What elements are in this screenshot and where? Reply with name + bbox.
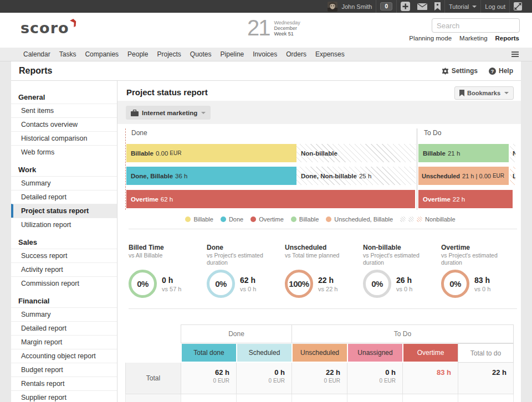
bar-label-value: 21 h [448,150,460,157]
sidebar-item-financial-detailed-report[interactable]: Detailed report [11,321,117,335]
tutorial-label: Tutorial [449,3,469,10]
logout-button[interactable]: Log out [481,0,509,13]
nav-quotes[interactable]: Quotes [190,50,212,58]
nav-invoices[interactable]: Invoices [253,50,277,58]
bar-todo-nonbillable-clipped[interactable]: N [510,144,515,162]
menu-icon[interactable] [511,51,519,58]
legend-dot-billable-todo [291,217,296,222]
sidebar-item-web-forms[interactable]: Web forms [11,145,117,159]
kpi-vs-value: vs 0 h [474,286,490,292]
col-header-total-to-do[interactable]: Total to do [458,343,514,363]
kpi-circle: 0% [207,270,235,298]
cell-value: 62 h [181,368,229,377]
bar-label-value: 25 h [359,173,371,179]
bar-todo-overtime[interactable]: Overtime22 h [418,190,513,208]
nav-calendar[interactable]: Calendar [23,50,50,58]
col-header-overtime[interactable]: Overtime [402,343,458,363]
kpi-vs-value: vs 22 h [318,286,337,292]
sidebar-item-work-detailed-report[interactable]: Detailed report [11,190,117,204]
tutorial-menu[interactable]: Tutorial [445,0,480,13]
link-marketing[interactable]: Marketing [459,35,488,42]
kpi-value: 26 h [396,276,412,285]
col-header-unscheduled[interactable]: Unscheduled [291,343,347,363]
nav-expenses[interactable]: Expenses [315,50,345,58]
project-filter[interactable]: Internet marketing [126,106,211,120]
col-header-unassigned[interactable]: Unassigned [347,343,402,363]
bar-label-bold: Non-billable [301,150,337,157]
nav-companies[interactable]: Companies [85,50,119,58]
sidebar-item-margin-report[interactable]: Margin report [11,335,117,349]
sidebar-item-accounting-object-report[interactable]: Accounting object report [11,349,117,363]
bar-done-done-nonbillable[interactable]: Done, Non-billable25 h [296,167,416,185]
sidebar-item-work-summary[interactable]: Summary [11,176,117,190]
kpi-value: 83 h [474,276,490,285]
bar-done-nonbillable[interactable]: Non-billable [296,144,416,162]
bar-todo-billable[interactable]: Billable21 h [418,144,509,162]
kpi-values: 62 h vs 0 h [240,276,256,292]
nav-tasks[interactable]: Tasks [59,50,76,58]
divider [129,308,517,309]
legend-item: Unscheduled, Billable [326,216,393,223]
report-header: Project status report Bookmarks [117,81,521,101]
sidebar-item-project-status-report[interactable]: Project status report [11,204,117,218]
sidebar-item-utilization-report[interactable]: Utilization report [11,218,117,231]
sidebar-item-supplier-report[interactable]: Supplier report [11,390,117,402]
bookmarks-button[interactable]: Bookmarks [454,86,514,100]
kpi-body: 0% 0 h vs 57 h [129,270,207,298]
briefcase-icon [131,110,139,116]
bar-todo-unscheduled-clipped[interactable]: L [510,167,515,185]
bar-done-billable[interactable]: Billable0.00EUR [126,144,296,162]
kpi-value: 62 h [240,276,256,285]
bar-done-done-billable[interactable]: Done, Billable36 h [126,167,296,185]
date-month: December [274,25,300,31]
nav-orders[interactable]: Orders [286,50,306,58]
legend-item: Billable [291,216,319,223]
sidebar-item-commission-report[interactable]: Commission report [11,276,117,290]
date-display: 21 Wednesday December Week 51 [247,19,300,37]
sidebar-item-budget-report[interactable]: Budget report [11,363,117,377]
search-input[interactable] [432,18,520,33]
legend-label: Billable [299,216,319,223]
settings-button[interactable]: Settings [442,67,478,75]
user-menu[interactable]: John Smith [324,0,376,13]
bookmark-button[interactable] [431,0,444,13]
kpi-subtitle: vs Project's estimated duration [363,252,429,266]
mail-button[interactable] [414,0,431,13]
bar-label-bold: Done, Billable [131,173,173,179]
kpi-vs-value: vs 0 h [240,286,256,292]
notification-badge[interactable]: 0 [376,0,396,13]
fullscreen-button[interactable] [510,0,522,13]
col-header-total-done[interactable]: Total done [181,343,236,363]
sidebar-item-historical-comparison[interactable]: Historical comparison [11,131,117,145]
sidebar-item-contacts-overview[interactable]: Contacts overview [11,117,117,131]
table-cell [125,394,181,402]
bar-todo-unscheduled[interactable]: Unscheduled21 h | 0.00EUR [418,167,509,185]
kpi-percent: 0% [371,279,383,288]
add-button[interactable] [397,0,414,13]
kpi-value: 0 h [162,276,181,285]
sidebar-item-financial-summary[interactable]: Summary [11,307,117,321]
sidebar-item-activity-report[interactable]: Activity report [11,262,117,276]
kpi-body: 0% 83 h vs 0 h [441,270,519,298]
nav-pipeline[interactable]: Pipeline [221,50,244,58]
link-planning-mode[interactable]: Planning mode [409,35,452,42]
sidebar-section-financial: Financial [11,290,117,307]
bar-label-bold: N [513,150,515,157]
kpi-overtime: Overtime vs Project's estimated duration… [441,244,519,298]
cell-currency: 0 EUR [237,378,285,384]
help-button[interactable]: ? Help [489,67,513,75]
scoro-logo[interactable]: scoro [21,20,69,35]
legend-label: Done [229,216,243,223]
sidebar-item-sent-items[interactable]: Sent items [11,104,117,117]
sidebar-item-rentals-report[interactable]: Rentals report [11,377,117,390]
cell-currency: 0 EUR [347,378,396,384]
sidebar-item-success-report[interactable]: Success report [11,249,117,262]
kpi-title: Done [207,244,285,251]
logout-label: Log out [485,3,505,10]
nav-people[interactable]: People [127,50,148,58]
link-reports[interactable]: Reports [495,35,519,42]
bar-done-overtime[interactable]: Overtime62 h [126,190,415,208]
chart-legend: Billable Done Overtime Billable Unschedu… [125,216,515,223]
nav-projects[interactable]: Projects [157,50,181,58]
col-header-scheduled[interactable]: Scheduled [236,343,291,363]
